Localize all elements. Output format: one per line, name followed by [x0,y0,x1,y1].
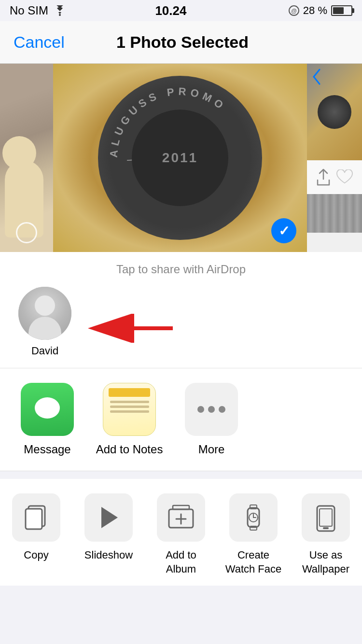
bottom-actions-section: Copy Slideshow Add to Album [0,479,362,586]
svg-point-7 [35,397,60,419]
notes-stripe [109,388,150,397]
watch-face-icon [241,503,265,532]
photo-main-coin[interactable]: ALUGUSS PROMO T 2011 [53,64,307,252]
share-icon[interactable] [316,168,331,186]
bottom-action-watch-face-label: Create Watch Face [222,548,285,576]
battery-percentage: 28 % [303,4,327,17]
status-right: @ 28 % [275,4,352,17]
notes-line-1 [110,401,149,403]
svg-rect-23 [320,509,332,526]
airdrop-section: Tap to share with AirDrop David [0,252,362,368]
selected-check[interactable] [271,218,296,243]
coin-year-text: 2011 [162,150,198,166]
notes-line-3 [110,410,149,413]
dot-2 [208,406,215,413]
message-bubble-icon [31,393,63,425]
slideshow-icon-wrap [84,493,133,542]
action-more-label: More [198,443,225,456]
photo-thumbnail-dog[interactable] [0,64,53,252]
bottom-action-add-album-label: Add to Album [150,548,212,576]
notes-icon-wrap [103,383,156,436]
coin-background: ALUGUSS PROMO T 2011 [53,64,307,252]
avatar-david [18,287,71,340]
photo-strip: ALUGUSS PROMO T 2011 [0,64,362,252]
coin-outer: ALUGUSS PROMO T 2011 [98,76,262,240]
lock-icon: @ [289,5,299,16]
action-notes-label: Add to Notes [96,443,163,456]
heart-icon[interactable] [336,169,353,185]
red-arrow-icon [86,314,182,345]
bottom-action-wallpaper[interactable]: Use as Wallpaper [290,493,362,576]
svg-marker-11 [101,507,118,528]
dot-3 [219,406,225,413]
svg-rect-13 [173,505,189,509]
airdrop-contact-david[interactable]: David [18,287,71,357]
battery-icon [331,5,352,16]
more-icon-wrap [185,383,238,436]
bottom-action-copy[interactable]: Copy [0,493,72,562]
add-album-icon-wrap [157,493,205,542]
actions-section: Message Add to Notes More [0,368,362,471]
carrier-text: No SIM [10,4,48,17]
bottom-action-wallpaper-label: Use as Wallpaper [294,548,357,576]
moon-icon [275,5,285,16]
bottom-action-watch-face[interactable]: Create Watch Face [217,493,290,576]
wifi-icon [53,5,67,16]
contact-name-david: David [31,345,58,357]
airdrop-label: Tap to share with AirDrop [14,263,348,276]
avatar-person-shape [18,287,71,340]
notes-line-2 [110,406,149,408]
avatar-body-shape [28,317,61,340]
back-icon [312,69,321,85]
svg-point-0 [59,14,61,16]
watch-face-icon-wrap [229,493,278,542]
bottom-actions-row: Copy Slideshow Add to Album [0,493,362,576]
status-time: 10.24 [155,3,186,18]
svg-text:@: @ [291,8,297,14]
action-more[interactable]: More [178,383,245,456]
cancel-button[interactable]: Cancel [14,33,65,52]
wallpaper-icon [315,503,337,532]
photo-right-panel [307,64,362,252]
wallpaper-icon-wrap [302,493,350,542]
bottom-action-slideshow-label: Slideshow [84,548,133,562]
thumbnail-filmstrip [307,194,362,233]
svg-rect-10 [26,509,42,529]
status-bar: No SIM 10.24 @ 28 % [0,0,362,21]
actions-row: Message Add to Notes More [14,383,348,456]
action-notes[interactable]: Add to Notes [96,383,163,456]
copy-icon [23,503,50,532]
copy-icon-wrap [12,493,60,542]
coin-inner: 2011 [132,110,228,206]
action-message-label: Message [24,443,70,456]
action-message[interactable]: Message [14,383,81,456]
message-icon-wrap [21,383,74,436]
page-title: 1 Photo Selected [116,33,249,52]
bottom-action-copy-label: Copy [24,548,48,562]
selection-circle[interactable] [16,222,37,243]
avatar-head-shape [35,295,55,316]
nav-bar: Cancel 1 Photo Selected [0,21,362,64]
photo-thumbnail-small[interactable] [307,64,362,160]
status-left: No SIM [10,4,67,17]
bottom-action-add-album[interactable]: Add to Album [145,493,217,576]
svg-rect-24 [323,527,329,529]
slideshow-icon [97,503,121,532]
bottom-action-slideshow[interactable]: Slideshow [72,493,145,562]
add-album-icon [167,504,195,532]
airdrop-contacts-row: David [14,287,348,357]
photo-right-icons-row [307,160,362,194]
dot-1 [197,406,204,413]
